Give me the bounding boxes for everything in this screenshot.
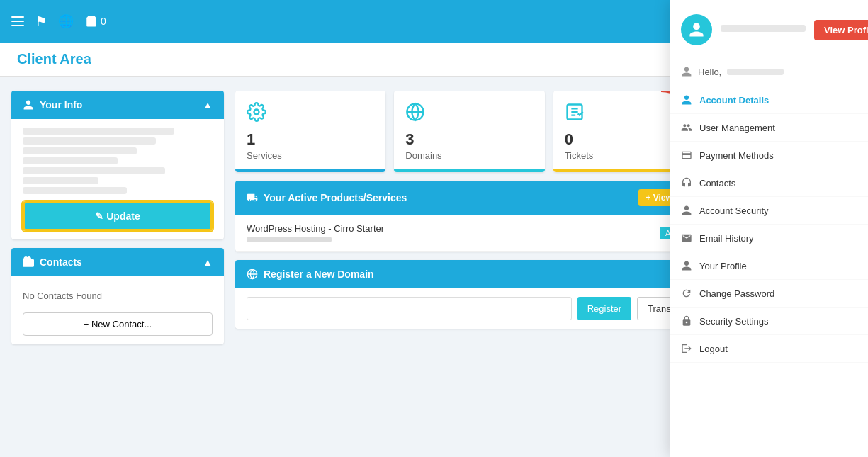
- register-domain-header: Register a New Domain: [235, 260, 704, 288]
- menu-item-account-details[interactable]: Account Details: [670, 86, 868, 114]
- menu-item-change-password[interactable]: Change Password: [670, 280, 868, 308]
- topbar-left: ⚑ 🌐 0: [11, 13, 106, 29]
- domains-count: 3: [405, 130, 533, 149]
- services-stat-card: 1 Services: [235, 91, 385, 172]
- menu-label-logout: Logout: [699, 344, 728, 354]
- page-title: Client Area: [17, 51, 91, 67]
- active-services-section: Your Active Products/Services + View All…: [235, 181, 704, 252]
- your-info-collapse-icon[interactable]: ▲: [203, 99, 213, 111]
- user-dropdown-menu: View Profile Hello, Account Details User…: [670, 0, 868, 457]
- dropdown-avatar: [681, 14, 712, 45]
- your-info-header-left: Your Info: [23, 99, 82, 111]
- contacts-title: Contacts: [40, 256, 82, 268]
- menu-label-change-password: Change Password: [699, 288, 774, 299]
- flag-icon[interactable]: ⚑: [35, 13, 47, 29]
- contacts-header: Contacts ▲: [11, 248, 224, 276]
- contacts-header-left: Contacts: [23, 256, 82, 268]
- new-contact-button[interactable]: + New Contact...: [23, 312, 213, 336]
- menu-item-logout[interactable]: Logout: [670, 335, 868, 363]
- service-sub-line: [247, 237, 332, 242]
- domains-stat-card: 3 Domains: [394, 91, 544, 172]
- dropdown-username-line: [721, 25, 806, 32]
- service-row: WordPress Hosting - Cirro Starter Active: [235, 215, 704, 252]
- menu-label-your-profile: Your Profile: [699, 261, 747, 271]
- menu-label-account-details: Account Details: [699, 95, 769, 106]
- services-count: 1: [247, 130, 374, 149]
- register-domain-body: Register Transfer: [235, 288, 704, 329]
- services-icon: [247, 102, 374, 125]
- menu-item-email-history[interactable]: Email History: [670, 225, 868, 252]
- domains-label: Domains: [405, 150, 533, 161]
- dropdown-menu-items: Account Details User Management Payment …: [670, 86, 868, 363]
- user-info-lines: [23, 128, 213, 194]
- menu-label-account-security: Account Security: [699, 205, 769, 216]
- your-info-title: Your Info: [40, 99, 82, 111]
- dropdown-name-area: [721, 25, 806, 35]
- hamburger-menu[interactable]: [11, 16, 24, 26]
- center-content: 1 Services 3 Domains 0 Tickets: [235, 91, 704, 440]
- user-line-3: [23, 147, 137, 154]
- contacts-collapse-icon[interactable]: ▲: [203, 256, 213, 268]
- active-services-title: Your Active Products/Services: [247, 192, 407, 203]
- user-line-1: [23, 128, 174, 135]
- domains-bar: [394, 169, 544, 172]
- no-contacts-text: No Contacts Found: [23, 285, 213, 307]
- domain-search-input[interactable]: [247, 297, 572, 320]
- active-services-label: Your Active Products/Services: [264, 192, 407, 203]
- left-sidebar: Your Info ▲ ✎ Update: [11, 91, 224, 440]
- user-line-7: [23, 187, 127, 194]
- register-button[interactable]: Register: [577, 297, 631, 320]
- globe-icon[interactable]: 🌐: [58, 13, 74, 29]
- service-info: WordPress Hosting - Cirro Starter: [247, 223, 384, 242]
- your-info-header: Your Info ▲: [11, 91, 224, 119]
- your-info-card: Your Info ▲ ✎ Update: [11, 91, 224, 239]
- hello-text: Hello,: [698, 67, 721, 77]
- user-line-2: [23, 137, 156, 145]
- menu-item-user-management[interactable]: User Management: [670, 114, 868, 142]
- menu-item-security-settings[interactable]: Security Settings: [670, 308, 868, 335]
- menu-label-contacts: Contacts: [699, 178, 735, 188]
- contacts-card: Contacts ▲ No Contacts Found + New Conta…: [11, 248, 224, 344]
- hello-name-line: [727, 69, 784, 75]
- menu-item-payment-methods[interactable]: Payment Methods: [670, 142, 868, 169]
- services-bar: [235, 169, 385, 172]
- menu-item-account-security[interactable]: Account Security: [670, 197, 868, 225]
- active-services-header: Your Active Products/Services + View All: [235, 181, 704, 215]
- register-domain-title: Register a New Domain: [264, 269, 374, 280]
- svg-point-2: [254, 110, 259, 115]
- cart-icon[interactable]: 0: [85, 15, 106, 28]
- update-button[interactable]: ✎ Update: [23, 201, 213, 231]
- user-line-6: [23, 177, 98, 184]
- register-domain-section: Register a New Domain Register Transfer: [235, 260, 704, 329]
- menu-label-user-management: User Management: [699, 123, 775, 133]
- stats-row: 1 Services 3 Domains 0 Tickets: [235, 91, 704, 172]
- menu-item-your-profile[interactable]: Your Profile: [670, 252, 868, 280]
- user-line-4: [23, 157, 118, 164]
- menu-item-contacts[interactable]: Contacts: [670, 169, 868, 197]
- dropdown-hello-row: Hello,: [670, 57, 868, 86]
- domains-icon: [405, 102, 533, 125]
- cart-count: 0: [101, 16, 106, 27]
- user-line-5: [23, 167, 165, 174]
- view-profile-button[interactable]: View Profile: [814, 20, 868, 40]
- dropdown-profile-header: View Profile: [670, 0, 868, 57]
- menu-label-security-settings: Security Settings: [699, 316, 769, 327]
- your-info-body: ✎ Update: [11, 119, 224, 239]
- menu-label-email-history: Email History: [699, 233, 754, 244]
- service-name: WordPress Hosting - Cirro Starter: [247, 223, 384, 234]
- contacts-body: No Contacts Found + New Contact...: [11, 276, 224, 344]
- menu-label-payment-methods: Payment Methods: [699, 150, 774, 161]
- services-label: Services: [247, 150, 374, 161]
